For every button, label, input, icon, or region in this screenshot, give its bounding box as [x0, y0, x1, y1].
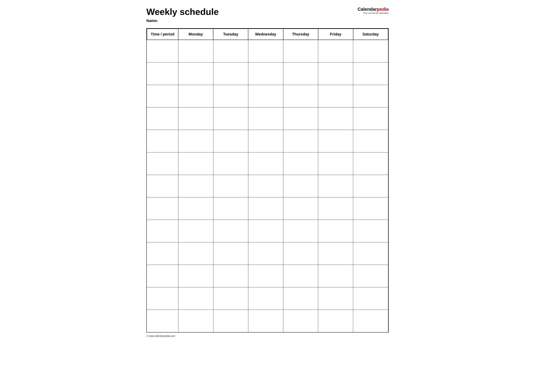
table-cell[interactable]: [213, 265, 248, 287]
table-cell[interactable]: [178, 152, 213, 175]
table-cell[interactable]: [318, 242, 353, 265]
table-cell[interactable]: [353, 242, 388, 265]
table-cell[interactable]: [283, 287, 318, 310]
table-cell[interactable]: [178, 265, 213, 287]
table-cell[interactable]: [283, 175, 318, 197]
table-cell[interactable]: [283, 242, 318, 265]
table-cell[interactable]: [178, 175, 213, 197]
table-cell[interactable]: [248, 62, 283, 85]
table-cell[interactable]: [353, 40, 388, 62]
table-cell[interactable]: [213, 175, 248, 197]
table-cell[interactable]: [283, 197, 318, 220]
table-cell[interactable]: [213, 130, 248, 152]
table-cell[interactable]: [147, 310, 178, 332]
table-cell[interactable]: [213, 220, 248, 242]
table-cell[interactable]: [248, 152, 283, 175]
table-cell[interactable]: [213, 310, 248, 332]
table-cell[interactable]: [353, 265, 388, 287]
table-cell[interactable]: [318, 265, 353, 287]
table-cell[interactable]: [283, 40, 318, 62]
table-cell[interactable]: [178, 287, 213, 310]
table-cell[interactable]: [318, 152, 353, 175]
table-cell[interactable]: [248, 287, 283, 310]
table-cell[interactable]: [213, 152, 248, 175]
table-cell[interactable]: [213, 62, 248, 85]
table-cell[interactable]: [213, 107, 248, 130]
table-cell[interactable]: [213, 40, 248, 62]
table-cell[interactable]: [248, 175, 283, 197]
table-row: [147, 175, 388, 197]
logo-text: Calendarpedia: [358, 7, 389, 11]
table-cell[interactable]: [147, 107, 178, 130]
table-cell[interactable]: [178, 40, 213, 62]
table-cell[interactable]: [147, 130, 178, 152]
table-cell[interactable]: [353, 197, 388, 220]
table-cell[interactable]: [318, 62, 353, 85]
table-cell[interactable]: [147, 175, 178, 197]
table-cell[interactable]: [178, 242, 213, 265]
table-cell[interactable]: [147, 265, 178, 287]
table-cell[interactable]: [353, 175, 388, 197]
table-cell[interactable]: [178, 220, 213, 242]
table-row: [147, 287, 388, 310]
table-cell[interactable]: [178, 130, 213, 152]
table-cell[interactable]: [147, 242, 178, 265]
table-cell[interactable]: [283, 130, 318, 152]
table-cell[interactable]: [178, 62, 213, 85]
table-cell[interactable]: [318, 130, 353, 152]
table-cell[interactable]: [283, 220, 318, 242]
table-cell[interactable]: [178, 197, 213, 220]
table-cell[interactable]: [283, 107, 318, 130]
table-cell[interactable]: [283, 85, 318, 107]
table-cell[interactable]: [353, 220, 388, 242]
table-cell[interactable]: [318, 40, 353, 62]
table-cell[interactable]: [318, 220, 353, 242]
table-cell[interactable]: [283, 62, 318, 85]
table-cell[interactable]: [353, 310, 388, 332]
col-time: Time / period: [147, 29, 178, 40]
table-cell[interactable]: [213, 287, 248, 310]
table-cell[interactable]: [147, 85, 178, 107]
table-header: Time / period Monday Tuesday Wednesday T…: [147, 29, 388, 40]
table-cell[interactable]: [248, 40, 283, 62]
table-cell[interactable]: [318, 175, 353, 197]
table-cell[interactable]: [147, 152, 178, 175]
col-wednesday: Wednesday: [248, 29, 283, 40]
table-cell[interactable]: [248, 310, 283, 332]
table-cell[interactable]: [353, 85, 388, 107]
table-cell[interactable]: [147, 197, 178, 220]
logo-red: pedia: [377, 7, 389, 12]
table-cell[interactable]: [213, 85, 248, 107]
table-cell[interactable]: [283, 265, 318, 287]
table-cell[interactable]: [147, 220, 178, 242]
table-cell[interactable]: [283, 152, 318, 175]
table-cell[interactable]: [213, 242, 248, 265]
footer: © www.calendarpedia.com: [146, 335, 389, 337]
table-cell[interactable]: [147, 62, 178, 85]
table-cell[interactable]: [318, 107, 353, 130]
table-cell[interactable]: [178, 85, 213, 107]
table-cell[interactable]: [147, 287, 178, 310]
table-cell[interactable]: [248, 197, 283, 220]
table-cell[interactable]: [147, 40, 178, 62]
table-cell[interactable]: [248, 107, 283, 130]
table-cell[interactable]: [248, 220, 283, 242]
table-cell[interactable]: [248, 265, 283, 287]
table-cell[interactable]: [178, 107, 213, 130]
table-cell[interactable]: [213, 197, 248, 220]
table-cell[interactable]: [353, 130, 388, 152]
table-cell[interactable]: [353, 152, 388, 175]
table-cell[interactable]: [353, 62, 388, 85]
table-cell[interactable]: [318, 287, 353, 310]
table-cell[interactable]: [353, 107, 388, 130]
table-cell[interactable]: [178, 310, 213, 332]
table-cell[interactable]: [248, 130, 283, 152]
table-cell[interactable]: [248, 85, 283, 107]
table-cell[interactable]: [318, 310, 353, 332]
table-cell[interactable]: [248, 242, 283, 265]
table-cell[interactable]: [283, 310, 318, 332]
logo-tagline: Your source for calendars: [363, 12, 389, 14]
table-cell[interactable]: [318, 197, 353, 220]
table-cell[interactable]: [318, 85, 353, 107]
table-cell[interactable]: [353, 287, 388, 310]
